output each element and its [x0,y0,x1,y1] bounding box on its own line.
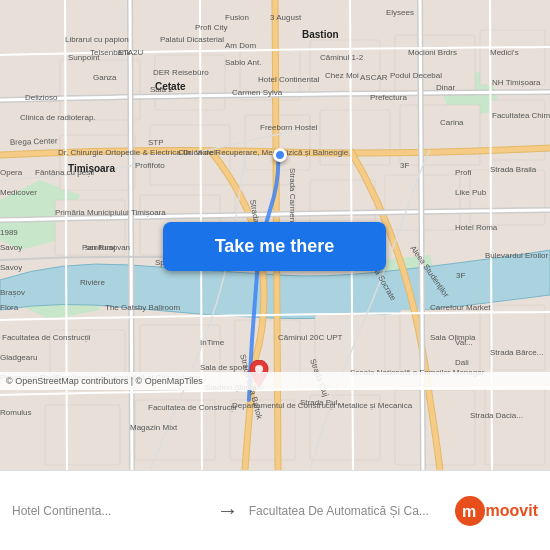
svg-text:3F: 3F [456,271,465,280]
from-label: Hotel Continenta... [12,504,207,518]
moovit-icon: m [454,495,486,527]
svg-text:Strada Bârce...: Strada Bârce... [490,348,543,357]
svg-text:STP: STP [148,138,164,147]
svg-text:Ganza: Ganza [93,73,117,82]
moovit-text: moovit [486,502,538,520]
svg-text:Hotel Continental: Hotel Continental [258,75,320,84]
svg-rect-34 [485,385,545,465]
svg-text:Freeborn Hostel: Freeborn Hostel [260,123,318,132]
svg-text:Flora: Flora [0,303,19,312]
svg-text:Sala 2: Sala 2 [150,85,173,94]
svg-text:InTime: InTime [200,338,225,347]
svg-rect-28 [490,305,545,370]
svg-text:Căminul 1-2: Căminul 1-2 [320,53,364,62]
to-section: Facultatea De Automatică Și Ca... [249,504,444,518]
svg-text:DER Reisebüro: DER Reisebüro [153,68,209,77]
svg-rect-9 [395,35,475,95]
svg-text:Librarul cu papion: Librarul cu papion [65,35,129,44]
svg-text:Căminul 20C UPT: Căminul 20C UPT [278,333,343,342]
to-label: Facultatea De Automatică Și Ca... [249,504,444,518]
svg-text:Magazin Mixt: Magazin Mixt [130,423,178,432]
svg-text:Rivière: Rivière [80,278,105,287]
svg-text:Clinica de radioterap.: Clinica de radioterap. [20,113,96,122]
svg-text:Romulus: Romulus [0,408,32,417]
svg-text:Bulevardul Eroilor de la...: Bulevardul Eroilor de la... [485,251,550,260]
take-me-there-button[interactable]: Take me there [163,222,386,271]
svg-rect-29 [45,405,120,465]
svg-text:Dr. Chirurgie Ortopedie & Elec: Dr. Chirurgie Ortopedie & Electrica Dr. … [58,148,216,157]
copyright-bar: © OpenStreetMap contributors | © OpenMap… [0,372,550,390]
svg-text:Medici's: Medici's [490,48,519,57]
bottom-bar: Hotel Continenta... → Facultatea De Auto… [0,470,550,550]
svg-text:NH Timișoara: NH Timișoara [492,78,541,87]
svg-rect-15 [400,105,480,165]
copyright-text: © OpenStreetMap contributors | © OpenMap… [6,376,203,386]
svg-text:Fântâna cu pești: Fântâna cu pești [35,168,94,177]
svg-text:Prefectura: Prefectura [370,93,407,102]
svg-rect-22 [470,170,545,225]
svg-text:Dinar: Dinar [436,83,455,92]
svg-text:Delizioso: Delizioso [25,93,58,102]
svg-text:Am Dom: Am Dom [225,41,256,50]
svg-text:Dali: Dali [455,358,469,367]
svg-text:Strada Dacia...: Strada Dacia... [470,411,523,420]
svg-text:Sablo Ant.: Sablo Ant. [225,58,261,67]
svg-text:3 August: 3 August [270,13,302,22]
svg-text:Primăria Municipiului Timișoar: Primăria Municipiului Timișoara [55,208,166,217]
svg-text:Telsenbank: Telsenbank [90,48,131,57]
svg-text:Carrefour Market: Carrefour Market [430,303,491,312]
map-container: Timișoara Cetate Bastion Brega Center ST… [0,0,550,470]
svg-text:Brega Center: Brega Center [10,136,58,147]
svg-text:Elysees: Elysees [386,8,414,17]
svg-text:Pan Rusovan: Pan Rusovan [82,243,130,252]
moovit-logo: m moovit [454,495,538,527]
svg-text:Carina: Carina [440,118,464,127]
svg-text:1989: 1989 [0,228,18,237]
svg-text:The Gatsby Ballroom: The Gatsby Ballroom [105,303,180,312]
svg-text:Profifoto: Profifoto [135,161,165,170]
svg-text:Medicover: Medicover [0,188,37,197]
svg-text:Gladgearu: Gladgearu [0,353,37,362]
svg-text:Opera: Opera [0,168,23,177]
svg-text:Strada Braila: Strada Braila [490,165,537,174]
svg-text:Podul Decebal: Podul Decebal [390,71,442,80]
svg-text:Facultatea Chimie: Facultatea Chimie [492,111,550,120]
svg-text:Profi City: Profi City [195,23,227,32]
from-section: Hotel Continenta... [12,504,207,518]
svg-text:Savoy: Savoy [0,263,22,272]
svg-text:Chez Moi: Chez Moi [325,71,359,80]
svg-text:Strada Pul...: Strada Pul... [300,398,344,407]
svg-text:Val...: Val... [455,338,473,347]
svg-text:Mocioni Brdrs: Mocioni Brdrs [408,48,457,57]
svg-text:Palatul Dicasterial: Palatul Dicasterial [160,35,224,44]
svg-text:Hotel Roma: Hotel Roma [455,223,498,232]
svg-text:Like Pub: Like Pub [455,188,487,197]
svg-text:Profi: Profi [455,168,472,177]
svg-text:m: m [462,503,476,520]
svg-text:Carmen Sylva: Carmen Sylva [232,88,283,97]
svg-text:Brașov: Brașov [0,288,25,297]
svg-text:Bastion: Bastion [302,29,339,40]
svg-text:Savoy: Savoy [0,243,22,252]
arrow-icon: → [217,498,239,524]
svg-text:3F: 3F [400,161,409,170]
svg-text:Facultatea de Construcții: Facultatea de Construcții [2,333,91,342]
svg-text:ASCAR: ASCAR [360,73,388,82]
svg-text:Facultatea de Construcții: Facultatea de Construcții [148,403,237,412]
svg-text:Fusion: Fusion [225,13,249,22]
origin-dot [273,148,287,162]
